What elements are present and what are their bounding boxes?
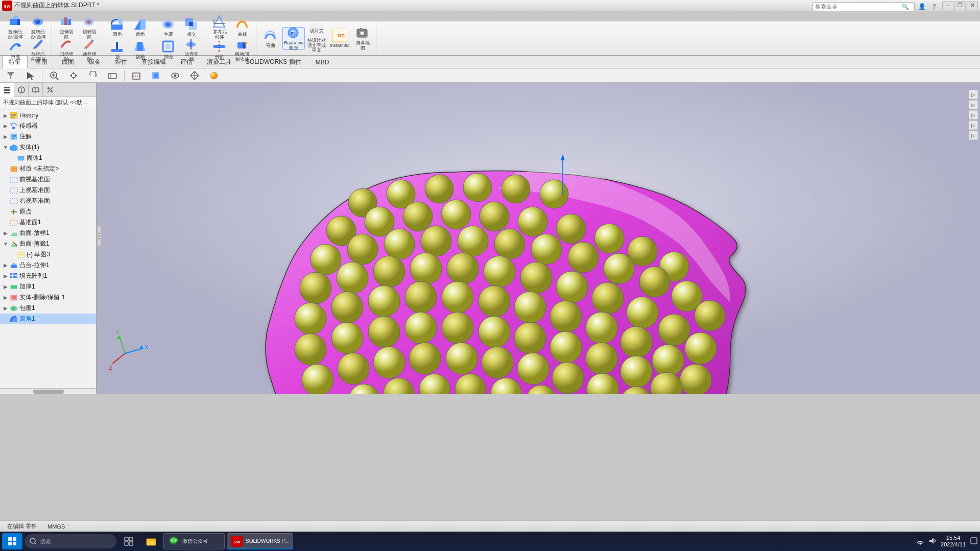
realview-button[interactable]: RV RealView图形: [282, 27, 305, 50]
svg-point-192: [302, 364, 333, 394]
rotate-button[interactable]: [84, 68, 102, 83]
fillet-button[interactable]: 圆角: [106, 16, 129, 38]
h-scrollbar[interactable]: [0, 388, 97, 394]
3d-viewport[interactable]: X Y Z ▷ ▷ ▷ ▷ ▷: [97, 83, 980, 394]
sweep-boss-button[interactable]: 扫描: [4, 38, 27, 61]
tree-item-top-plane[interactable]: 上视基准面: [0, 185, 96, 196]
tree-item-right-plane[interactable]: 右视基准面: [0, 196, 96, 206]
sweep-cut-button[interactable]: 扫描切除: [55, 38, 78, 61]
section-view-button[interactable]: [128, 68, 145, 83]
panel-collapse-handle[interactable]: [97, 226, 101, 246]
hide-show-button[interactable]: [166, 68, 184, 83]
boundary-cut-button[interactable]: 边界切除: [180, 38, 203, 61]
tree-item-boss-extrude1[interactable]: ▶ 凸台-拉伸1: [0, 260, 96, 271]
svg-marker-61: [72, 77, 75, 79]
expand-right-3[interactable]: ▷: [969, 110, 978, 119]
tree-item-history[interactable]: ▶ History: [0, 110, 96, 121]
task-view-button[interactable]: [118, 533, 139, 549]
svg-point-126: [99, 235, 100, 237]
tree-item-sketch3[interactable]: (-) 草图3: [0, 249, 96, 260]
svg-marker-27: [137, 42, 143, 51]
config-manager-tab[interactable]: [29, 83, 43, 97]
extrude-boss-button[interactable]: 拉伸凸台/基体: [4, 16, 27, 38]
zoom-button[interactable]: [45, 68, 63, 83]
tree-item-datum-plane1[interactable]: 基准面1: [0, 217, 96, 228]
loft-boss-button[interactable]: 放样凸台/基体: [27, 38, 50, 61]
tree-item-front-plane[interactable]: 前视基准面: [0, 174, 96, 185]
tree-item-origin[interactable]: 原点: [0, 206, 96, 217]
minimize-button[interactable]: ─: [942, 1, 953, 10]
wechat-app[interactable]: 微信公众号: [163, 533, 225, 549]
tree-item-surface-loft[interactable]: ▶ 曲面-放样1: [0, 228, 96, 238]
curve-button[interactable]: 曲线: [231, 16, 254, 38]
svg-rect-37: [213, 19, 214, 24]
split-button[interactable]: 分割: [208, 38, 231, 61]
revolve-boss-button[interactable]: 旋转凸台/基体: [27, 16, 50, 38]
start-button[interactable]: [2, 533, 22, 549]
appearance-button[interactable]: [205, 68, 223, 83]
move-body-button[interactable]: 移动/复制实体: [231, 38, 254, 61]
revolve-cut-button[interactable]: 旋转切除: [78, 16, 101, 38]
svg-marker-63: [75, 74, 77, 77]
filter-button[interactable]: [2, 68, 19, 83]
search-input[interactable]: [815, 4, 902, 10]
draft-button[interactable]: 拔模: [129, 38, 152, 61]
magnify-button[interactable]: [104, 68, 121, 83]
tree-arrow-solid: ▼: [2, 145, 9, 150]
taskbar-search[interactable]: 搜索: [25, 534, 116, 548]
tree-item-annotation[interactable]: ▶ 注解: [0, 131, 96, 142]
notification-icon[interactable]: [970, 537, 978, 546]
tree-item-delete-body1[interactable]: ▶ 实体-删除/保留 1: [0, 292, 96, 303]
view-orient-button[interactable]: [186, 68, 203, 83]
tree-item-fillet1[interactable]: 圆角1: [0, 314, 96, 324]
tree-item-wrap1[interactable]: ▶ 包覆1: [0, 303, 96, 314]
intersect-button[interactable]: 相交: [180, 16, 203, 38]
expand-right-4[interactable]: ▷: [969, 121, 978, 130]
tree-item-surface-trim[interactable]: ▼ 曲面-剪裁1: [0, 238, 96, 249]
ref-geometry-button[interactable]: 参考几何体: [208, 16, 231, 38]
flex-button[interactable]: 弯曲: [259, 27, 282, 50]
screenshot-button[interactable]: 屏幕截图: [351, 27, 374, 50]
tab-mbd[interactable]: MBD: [309, 57, 336, 68]
expand-right-1[interactable]: ▷: [969, 90, 978, 99]
tree-arrow-wrap1: ▶: [2, 305, 9, 311]
svg-rect-29: [165, 22, 171, 27]
feature-tree-tab[interactable]: [0, 83, 14, 97]
extrude-cut-button[interactable]: 拉伸切除: [55, 16, 78, 38]
svg-point-154: [639, 267, 670, 297]
solidworks-app[interactable]: SW SOLIDWORKS P...: [227, 533, 293, 549]
wrap-button[interactable]: 包覆: [157, 16, 180, 38]
dim-expert-tab[interactable]: [43, 83, 57, 97]
tree-item-material[interactable]: 材质 <未指定>: [0, 163, 96, 174]
user-icon[interactable]: 👤: [917, 2, 927, 11]
shell-button[interactable]: 抽壳: [157, 38, 180, 61]
svg-point-156: [695, 300, 725, 331]
select-button[interactable]: [21, 68, 39, 83]
fill-pattern1-icon: [9, 272, 18, 280]
svg-marker-23: [134, 19, 140, 30]
pan-button[interactable]: [65, 68, 82, 83]
svg-point-241: [172, 540, 173, 541]
design-text-button[interactable]: 设计文字 待设计对话文字成中文: [305, 27, 328, 50]
help-icon[interactable]: ?: [929, 2, 939, 11]
tree-item-fill-pattern1[interactable]: ▶ 填充阵列1: [0, 271, 96, 281]
restore-button[interactable]: ❐: [954, 1, 966, 10]
search-box[interactable]: 🔍: [812, 2, 915, 11]
tree-item-solid[interactable]: ▼ 实体(1): [0, 142, 96, 153]
loft-cut-button[interactable]: 放样切除: [78, 38, 101, 61]
file-explorer-btn[interactable]: [141, 533, 161, 549]
rib-button[interactable]: 筋: [106, 38, 129, 61]
tree-item-thicken1[interactable]: ▶ 加厚1: [0, 281, 96, 292]
expand-right-2[interactable]: ▷: [969, 100, 978, 109]
tree-item-body1[interactable]: 面体1: [0, 153, 96, 163]
close-button[interactable]: ✕: [967, 1, 978, 10]
tree-item-sensor[interactable]: ▶ 传感器: [0, 121, 96, 131]
datum-plane1-icon: [9, 219, 18, 227]
property-manager-tab[interactable]: i: [14, 83, 29, 97]
chamfer-button[interactable]: 倒角: [129, 16, 152, 38]
expand-right-5[interactable]: ▷: [969, 131, 978, 140]
instant3d-button[interactable]: I3D Instant3D: [328, 27, 351, 50]
volume-icon: [928, 537, 937, 546]
display-style-button[interactable]: [147, 68, 164, 83]
viewport-right-tools: ▷ ▷ ▷ ▷ ▷: [967, 88, 980, 142]
